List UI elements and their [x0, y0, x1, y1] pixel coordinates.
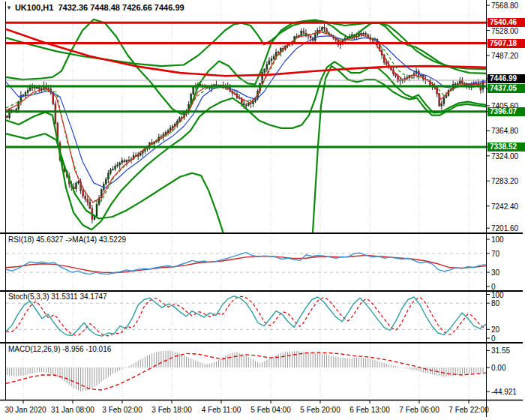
price-level-badge: 7437.05 [488, 84, 525, 93]
rsi-axis-label: 100 [491, 236, 504, 244]
macd-axis-label: 31.55 [491, 346, 510, 355]
price-axis-label: 7487.20 [491, 52, 518, 60]
price-level-badge: 7540.46 [488, 18, 525, 27]
price-axis-label: 7364.80 [491, 127, 518, 135]
symbol-period-label: UK100,H1 [15, 3, 53, 12]
chevron-down-icon[interactable]: ▼ [6, 4, 12, 11]
rsi-axis-label: 30 [491, 268, 500, 277]
rsi-axis-label: 0 [491, 283, 496, 291]
price-level-badge: 7338.52 [488, 142, 525, 152]
macd-indicator-label: MACD(12,26,9) -8.956 -10.016 [8, 345, 111, 353]
time-axis-label: 7 Feb 06:00 [399, 406, 439, 414]
chart-canvas[interactable] [0, 0, 525, 420]
price-level-badge: 7396.07 [488, 107, 525, 116]
price-axis-label: 7528.00 [491, 27, 518, 35]
stoch-axis-label: 80 [491, 299, 500, 308]
price-level-badge: 7446.99 [488, 74, 525, 83]
time-axis-label: 6 Feb 13:00 [350, 406, 389, 414]
time-axis-label: 31 Jan 08:00 [51, 406, 94, 414]
time-axis-label: 3 Feb 18:00 [152, 406, 191, 414]
price-axis-label: 7568.80 [491, 2, 518, 10]
stoch-axis-label: 20 [491, 326, 500, 334]
price-level-badge: 7507.18 [488, 39, 525, 48]
stochastic-indicator-label: Stoch(5,3,3) 31.5311 34.1747 [8, 292, 107, 301]
time-axis-label: 4 Feb 11:00 [202, 406, 242, 414]
macd-axis-label: 0.00 [491, 364, 506, 372]
price-axis-label: 7283.20 [491, 177, 518, 185]
macd-axis-label: -44.921 [491, 388, 517, 396]
rsi-indicator-label: RSI(18) 45.6327 ->MA(14) 43.5229 [8, 236, 126, 244]
time-axis-label: 5 Feb 20:00 [300, 406, 340, 414]
time-axis-label: 5 Feb 04:00 [250, 406, 290, 414]
trading-terminal-window: ▼UK100,H1 7432.36 7448.48 7426.66 7446.9… [0, 0, 525, 420]
time-axis-label: 3 Feb 02:00 [102, 406, 142, 414]
price-axis-label: 7242.40 [491, 202, 518, 211]
stoch-axis-label: 100 [491, 291, 504, 299]
chart-title: ▼UK100,H1 7432.36 7448.48 7426.66 7446.9… [6, 3, 184, 12]
price-axis-label: 7201.60 [491, 224, 518, 232]
rsi-axis-label: 70 [491, 250, 500, 258]
time-axis-label: 30 Jan 2020 [4, 406, 46, 414]
price-axis-label: 7324.00 [491, 152, 518, 160]
time-axis-label: 7 Feb 22:00 [448, 406, 488, 414]
stoch-axis-label: 0 [491, 334, 496, 343]
ohlc-values: 7432.36 7448.48 7426.66 7446.99 [58, 3, 184, 12]
